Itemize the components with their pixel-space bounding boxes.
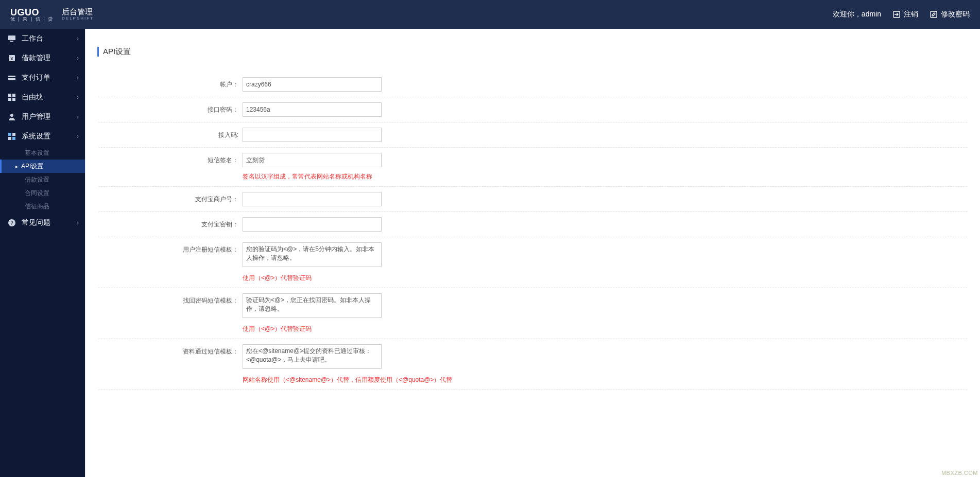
sidebar: 工作台 › ¥ 借款管理 › 支付订单 › 自由块 › 用户管理 › 系统设置 … [0,29,85,477]
svg-rect-3 [10,41,13,42]
textarea-register-template[interactable]: 您的验证码为<@>，请在5分钟内输入。如非本人操作，请忽略。 [243,242,382,267]
row-findpwd-template: 找回密码短信模板： 验证码为<@>，您正在找回密码。如非本人操作，请忽略。 使用… [98,288,967,339]
nav-label: 常见问题 [22,218,50,227]
welcome-text: 欢迎你，admin [833,10,881,19]
nav-label: 用户管理 [22,112,50,121]
row-pass-template: 资料通过短信模板： 您在<@sitename@>提交的资料已通过审核：<@quo… [98,339,967,390]
sub-basic-settings[interactable]: 基本设置 [0,146,85,160]
logout-link[interactable]: 注销 [892,10,918,19]
row-register-template: 用户注册短信模板： 您的验证码为<@>，请在5分钟内输入。如非本人操作，请忽略。… [98,237,967,288]
logo-side-sub: DELPSHIFT [62,16,94,21]
card-icon [7,73,16,82]
chevron-right-icon: › [77,94,79,101]
row-api-password: 接口密码： [98,97,967,122]
nav-dashboard[interactable]: 工作台 › [0,29,85,48]
hint-register-template: 使用（<@>）代替验证码 [243,274,967,282]
sub-contract-settings[interactable]: 合同设置 [0,186,85,200]
sub-credit-goods[interactable]: 信征商品 [0,200,85,213]
chevron-right-icon: › [77,133,79,140]
logo-side-title: 后台管理 [62,8,94,16]
chevron-right-icon: › [77,74,79,81]
svg-rect-11 [12,98,15,101]
logo-text-bottom: 优 | 果 | 信 | 贷 [10,17,54,22]
svg-rect-10 [8,98,11,101]
sub-loan-settings[interactable]: 借款设置 [0,173,85,186]
row-alipay-secret: 支付宝密钥： [98,212,967,237]
nav-label: 支付订单 [22,73,50,82]
row-account: 帐户： [98,72,967,97]
hint-findpwd-template: 使用（<@>）代替验证码 [243,325,967,333]
brand-logo: UGUO 优 | 果 | 信 | 贷 [10,8,54,22]
header-right: 欢迎你，admin 注销 修改密码 [833,10,970,19]
svg-rect-1 [931,11,937,17]
input-access-code[interactable] [243,128,382,142]
nav-user-manage[interactable]: 用户管理 › [0,107,85,127]
nav-label: 借款管理 [22,54,50,63]
svg-rect-7 [8,77,15,78]
input-alipay-merchant[interactable] [243,192,382,206]
chevron-right-icon: › [77,219,79,226]
label-alipay-secret: 支付宝密钥： [98,217,243,229]
nav-faq[interactable]: ? 常见问题 › [0,213,85,233]
svg-rect-13 [8,133,11,136]
tiles-icon [7,132,16,141]
textarea-findpwd-template[interactable]: 验证码为<@>，您正在找回密码。如非本人操作，请忽略。 [243,293,382,318]
sub-api-settings[interactable]: API设置 [0,160,85,173]
input-account[interactable] [243,77,382,92]
svg-rect-9 [12,94,15,97]
nav-label: 自由块 [22,93,43,102]
money-icon: ¥ [7,54,16,63]
svg-rect-15 [8,137,11,140]
label-findpwd-template: 找回密码短信模板： [98,293,243,305]
grid-icon [7,93,16,102]
row-sms-sign: 短信签名： 签名以汉字组成，常常代表网站名称或机构名称 [98,148,967,187]
label-pass-template: 资料通过短信模板： [98,344,243,356]
content-area: API设置 帐户： 接口密码： 接入码: 短信签名： 签名以汉字组成，常常代表网… [85,29,980,477]
logout-label: 注销 [904,10,918,19]
nav-label: 系统设置 [22,132,50,141]
edit-icon [930,10,938,19]
input-api-password[interactable] [243,102,382,117]
change-password-label: 修改密码 [941,10,970,19]
label-alipay-merchant: 支付宝商户号： [98,192,243,204]
chevron-right-icon: › [77,113,79,120]
svg-point-12 [10,114,13,117]
label-register-template: 用户注册短信模板： [98,242,243,254]
logout-icon [892,10,901,19]
hint-pass-template: 网站名称使用（<@sitename@>）代替，信用额度使用（<@quota@>）… [243,376,967,384]
input-sms-sign[interactable] [243,153,382,167]
row-alipay-merchant: 支付宝商户号： [98,187,967,212]
nav-loan-manage[interactable]: ¥ 借款管理 › [0,48,85,68]
svg-text:¥: ¥ [10,56,13,61]
logo-area: UGUO 优 | 果 | 信 | 贷 后台管理 DELPSHIFT [10,8,94,22]
input-alipay-secret[interactable] [243,217,382,232]
svg-rect-8 [8,94,11,97]
svg-rect-2 [8,36,15,40]
chevron-right-icon: › [77,35,79,42]
user-icon [7,112,16,121]
svg-rect-16 [12,137,15,140]
nav-label: 工作台 [22,34,43,43]
question-icon: ? [7,218,16,227]
textarea-pass-template[interactable]: 您在<@sitename@>提交的资料已通过审核：<@quota@>，马上去申请… [243,344,382,369]
label-access-code: 接入码: [98,128,243,139]
nav-payment-orders[interactable]: 支付订单 › [0,68,85,87]
svg-rect-14 [12,133,15,136]
label-api-password: 接口密码： [98,102,243,114]
label-account: 帐户： [98,77,243,89]
nav-system-settings[interactable]: 系统设置 › [0,127,85,146]
hint-sms-sign: 签名以汉字组成，常常代表网站名称或机构名称 [243,172,967,181]
row-access-code: 接入码: [98,122,967,148]
svg-text:?: ? [10,220,13,226]
page-title: API设置 [97,47,972,57]
desktop-icon [7,34,16,43]
logo-text-top: UGUO [10,8,54,17]
chevron-right-icon: › [77,55,79,62]
change-password-link[interactable]: 修改密码 [930,10,970,19]
nav-free-block[interactable]: 自由块 › [0,87,85,107]
label-sms-sign: 短信签名： [98,153,243,165]
top-header: UGUO 优 | 果 | 信 | 贷 后台管理 DELPSHIFT 欢迎你，ad… [0,0,980,29]
